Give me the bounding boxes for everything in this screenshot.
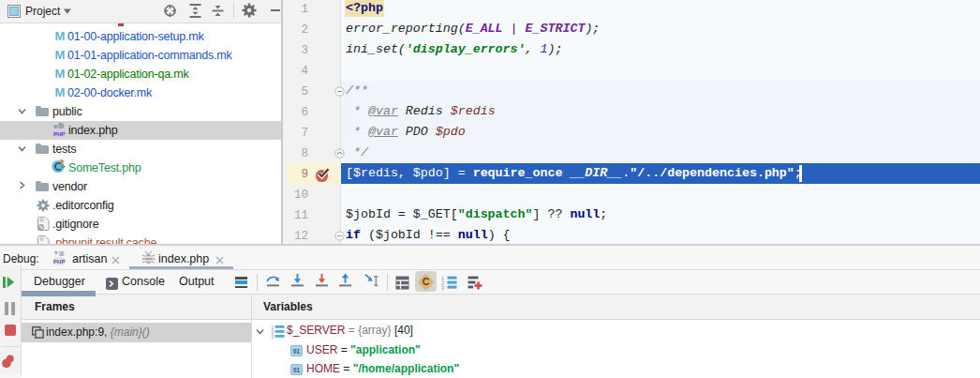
svg-text:3: 3 xyxy=(272,335,275,339)
svg-text:PHP: PHP xyxy=(53,258,66,265)
svg-text:C: C xyxy=(423,276,430,287)
svg-text:01: 01 xyxy=(293,348,301,355)
svg-text:01: 01 xyxy=(293,367,301,373)
svg-text:PHP: PHP xyxy=(53,131,65,137)
svg-text:3: 3 xyxy=(441,285,444,290)
